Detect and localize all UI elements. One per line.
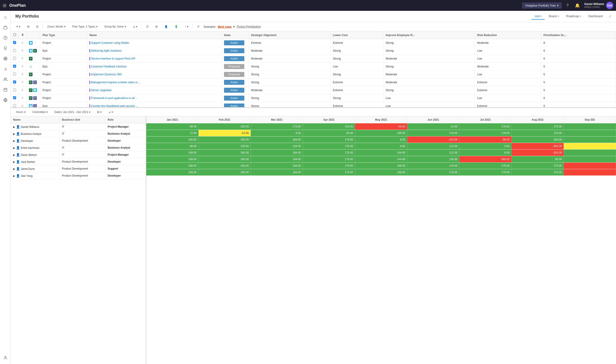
hours-btn[interactable]: Hours ▾ [14,109,28,115]
plan-name-link[interactable]: Customer Feedback Interface [91,65,127,68]
row-checkbox-cell[interactable] [11,47,19,55]
drag-handle[interactable] [19,47,27,55]
row-checkbox-cell[interactable] [11,55,19,63]
plan-name-cell[interactable]: Management requires a better sales re... [87,78,221,86]
row-checkbox[interactable] [13,88,16,91]
plan-name-link[interactable]: Delivering Agile Solutions [91,49,122,52]
drag-handle[interactable] [19,102,27,108]
drag-handle[interactable] [19,78,27,86]
sidebar-item-profile[interactable] [1,353,10,362]
status-badge[interactable]: Active [224,88,244,93]
sidebar-item-portfolio[interactable] [1,23,10,32]
tab-board[interactable]: Board ▾ [546,13,562,20]
status-badge[interactable]: Active [224,104,244,108]
scenario-value[interactable]: Best case [218,25,232,28]
drag-handle[interactable] [19,94,27,102]
expand-arrow[interactable]: ▶ [13,160,15,164]
plan-name-link[interactable]: Counter the Heartbleed web security ... [91,104,138,108]
grid-options-btn[interactable]: ⊞ ▾ [95,109,104,115]
plan-type-btn[interactable]: Plan Type: 2 Types ▾ [70,24,100,29]
help-btn[interactable]: ? [564,2,570,9]
avatar[interactable]: DW [606,2,613,9]
sidebar-item-goals[interactable] [1,54,10,63]
plan-name-link[interactable]: Server Upgrades [91,89,111,92]
status-badge[interactable]: Active [224,80,244,85]
sidebar-item-people[interactable] [1,75,10,84]
sidebar-item-calendar[interactable] [1,85,10,94]
row-checkbox-cell[interactable] [11,102,19,108]
plan-name-cell[interactable]: Counter the Heartbleed web security ... [87,102,221,108]
status-badge[interactable]: Active [224,48,244,53]
plan-name-link[interactable]: Support Customer using Mobile [91,41,129,44]
expand-icon[interactable]: ⤢ [609,14,612,18]
expand-arrow[interactable]: ▶ [13,139,15,143]
plan-name-cell[interactable]: Service interface to support Rest API [87,55,221,63]
row-checkbox[interactable] [13,41,16,44]
status-badge[interactable]: Proposed [224,64,244,69]
row-checkbox[interactable] [13,96,16,99]
add-child-btn[interactable]: ⊞ [25,24,32,29]
status-badge[interactable]: Active [224,56,244,61]
row-checkbox-cell[interactable] [11,86,19,94]
tab-roadmap[interactable]: Roadmap ▾ [563,13,584,20]
drag-handle[interactable] [19,55,27,63]
row-checkbox[interactable] [13,80,16,83]
state-cell[interactable]: Proposed [221,71,249,78]
sidebar-item-global[interactable] [1,96,10,105]
row-checkbox-cell[interactable] [11,39,19,47]
drag-handle[interactable] [19,86,27,94]
sidebar-item-home[interactable]: ⌂ [1,13,10,22]
export-btn[interactable]: ↑ ▾ [182,24,191,29]
drag-handle[interactable] [19,39,27,47]
row-checkbox[interactable] [13,57,16,60]
committed-btn[interactable]: Committed ▾ [30,109,50,115]
filter-btn[interactable]: ⊿ ▾ [130,24,140,29]
sidebar-item-time[interactable] [1,33,10,42]
row-checkbox-cell[interactable] [11,71,19,78]
expand-arrow[interactable]: ▶ [13,174,15,178]
resource-filter-btn[interactable]: ⊿ ▾ [106,109,115,115]
status-badge[interactable]: Active [224,96,244,101]
drag-handle[interactable] [19,63,27,71]
tab-list[interactable]: List ▾ [532,13,545,20]
refresh-btn[interactable]: ↺ [195,24,202,29]
zoom-btn[interactable]: Zoom: Month ▾ [45,24,68,29]
plan-name-cell[interactable]: Support Customer using Mobile [87,39,221,47]
plan-name-link[interactable]: Management requires a better sales re... [91,81,140,84]
row-checkbox[interactable] [13,65,16,68]
expand-arrow[interactable]: ▶ [13,125,15,129]
grid-view-btn[interactable]: ⊞ [153,24,160,29]
expand-arrow[interactable]: ▶ [13,167,15,170]
project-prioritization-link[interactable]: Project Prioritization [237,25,261,28]
plan-name-cell[interactable]: Customer Feedback Interface [87,63,221,71]
sidebar-item-reports[interactable] [1,65,10,74]
plan-name-cell[interactable]: Delivering Agile Solutions [87,47,221,55]
state-cell[interactable]: Active [221,94,249,102]
state-cell[interactable]: Active [221,78,249,86]
state-cell[interactable]: Proposed [221,63,249,71]
row-checkbox-cell[interactable] [11,63,19,71]
status-badge[interactable]: Proposed [224,72,244,77]
plan-name-cell[interactable]: Implement Dynamics 365 [87,71,221,78]
state-cell[interactable]: Active [221,55,249,63]
scenario-dropdown-btn[interactable]: !Adaptive Portfolio Tree ▾ [522,2,562,9]
row-checkbox[interactable] [13,73,16,76]
state-cell[interactable]: Active [221,102,249,108]
plan-name-link[interactable]: Implement Dynamics 365 [91,73,122,76]
row-checkbox[interactable] [13,104,16,107]
money-btn[interactable]: 💲 [172,24,180,29]
plan-name-cell[interactable]: Framework to port applications to all ..… [87,94,221,102]
row-checkbox[interactable] [13,49,16,52]
expand-arrow[interactable]: ▶ [13,132,15,136]
sidebar-item-ideas[interactable] [1,44,10,53]
add-btn[interactable]: + ▾ [14,24,23,30]
dates-btn[interactable]: Dates: Jan 2021 - Dec 2021 ▾ [52,109,93,115]
state-cell[interactable]: Active [221,47,249,55]
row-checkbox-cell[interactable] [11,78,19,86]
resource-btn[interactable]: 👤 [162,24,170,29]
drag-handle[interactable] [19,71,27,78]
grid-icon[interactable]: ⊞ [3,3,7,8]
expand-arrow[interactable]: ▶ [13,146,15,150]
tab-dashboard[interactable]: Dashboard [585,13,606,20]
row-checkbox-cell[interactable] [11,94,19,102]
